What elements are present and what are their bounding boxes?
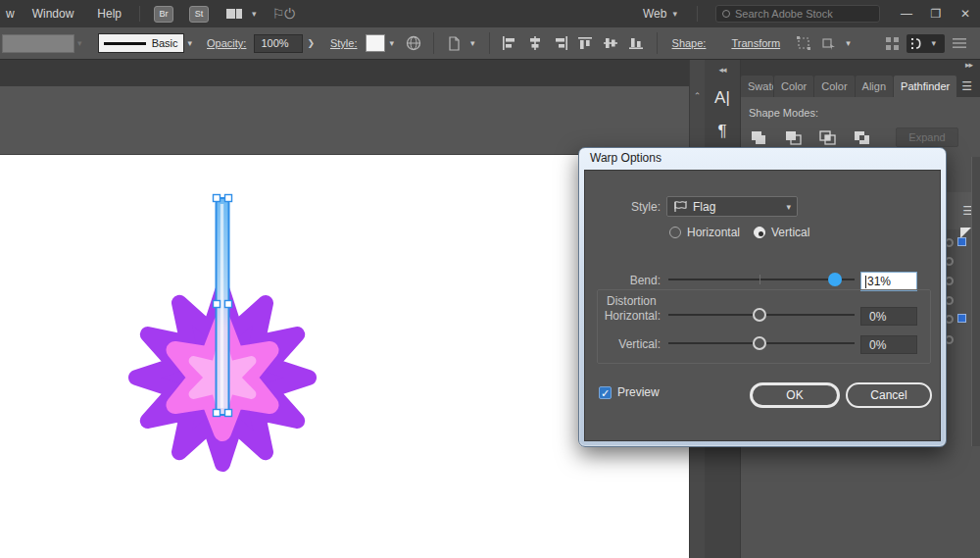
- tab-align[interactable]: Align: [856, 76, 893, 97]
- character-panel-icon[interactable]: A|: [705, 88, 740, 108]
- menu-view-partial[interactable]: w: [0, 0, 21, 27]
- layer-selection-indicator[interactable]: [957, 314, 966, 323]
- scroll-up-icon[interactable]: ⌃: [690, 91, 705, 101]
- expand-panels-icon[interactable]: ▸▸: [965, 60, 972, 70]
- opacity-value[interactable]: 100%: [254, 34, 303, 53]
- horizontal-slider-thumb[interactable]: [753, 308, 766, 322]
- radio-vertical-label: Vertical: [771, 226, 809, 239]
- divider: [433, 32, 434, 54]
- bend-label: Bend:: [585, 274, 661, 287]
- close-button[interactable]: ✕: [951, 0, 980, 27]
- collapse-panels-icon[interactable]: ◂◂: [705, 65, 740, 75]
- radio-vertical[interactable]: Vertical: [754, 226, 809, 239]
- horizontal-distortion-value[interactable]: 0%: [860, 307, 917, 326]
- vertical-label: Vertical:: [585, 337, 661, 351]
- radio-circle-icon: [669, 227, 681, 238]
- opacity-label[interactable]: Opacity:: [207, 37, 246, 49]
- graphic-style-label[interactable]: Style:: [330, 37, 358, 49]
- warp-style-dropdown[interactable]: Flag ▾: [666, 196, 798, 217]
- gpu-performance-icon[interactable]: ⚐⏻: [272, 6, 296, 23]
- chevron-down-icon[interactable]: ▾: [252, 9, 257, 19]
- list-options-icon[interactable]: [950, 33, 969, 53]
- brush-definition-dropdown[interactable]: [2, 34, 74, 53]
- chevron-down-icon[interactable]: ▾: [470, 38, 475, 48]
- chevron-down-icon: ▾: [786, 202, 791, 212]
- restore-button[interactable]: ❐: [921, 0, 951, 27]
- bend-slider[interactable]: [668, 273, 855, 286]
- align-right-icon[interactable]: [551, 33, 570, 53]
- divider: [697, 6, 698, 22]
- pasteboard: [0, 86, 689, 155]
- stroke-preview: [104, 42, 146, 45]
- stroke-style-label: Basic: [152, 37, 178, 49]
- vertical-distortion-slider[interactable]: [668, 336, 855, 350]
- minimize-button[interactable]: —: [892, 0, 921, 27]
- tab-pathfinder[interactable]: Pathfinder: [894, 76, 956, 97]
- tab-swatches[interactable]: Swatc: [741, 76, 773, 97]
- warp-style-value: Flag: [693, 200, 715, 214]
- align-vertical-center-icon[interactable]: [602, 33, 621, 53]
- radio-horizontal[interactable]: Horizontal: [669, 226, 740, 239]
- flag-style-icon: [673, 201, 687, 213]
- vertical-slider-thumb[interactable]: [753, 336, 766, 350]
- chevron-down-icon[interactable]: ▾: [188, 38, 193, 48]
- horizontal-distortion-slider[interactable]: [668, 308, 855, 322]
- chevron-right-icon[interactable]: ❯: [307, 38, 315, 48]
- align-horizontal-center-icon[interactable]: [525, 33, 545, 53]
- search-input[interactable]: Search Adobe Stock: [715, 5, 880, 23]
- menu-window[interactable]: Window: [21, 0, 86, 27]
- align-left-icon[interactable]: [500, 33, 519, 53]
- dock-options-button[interactable]: ▾: [906, 34, 945, 53]
- preview-checkbox[interactable]: ✓: [599, 386, 612, 399]
- ok-button[interactable]: OK: [750, 382, 840, 408]
- cancel-button[interactable]: Cancel: [846, 382, 932, 408]
- horizontal-label: Horizontal:: [585, 309, 661, 323]
- layer-selection-indicator[interactable]: [957, 237, 966, 246]
- stock-icon[interactable]: St: [189, 6, 209, 23]
- divider: [740, 446, 741, 558]
- arrange-documents-icon[interactable]: [226, 9, 242, 19]
- chevron-down-icon[interactable]: ▾: [846, 38, 851, 48]
- tab-color-guide[interactable]: Color: [814, 76, 854, 97]
- stroke-style-dropdown[interactable]: Basic: [98, 33, 184, 53]
- style-label: Style:: [585, 200, 661, 214]
- dialog-title[interactable]: Warp Options: [579, 148, 946, 169]
- bend-value: 31%: [867, 275, 891, 288]
- align-bottom-icon[interactable]: [627, 33, 647, 53]
- bend-slider-thumb[interactable]: [828, 273, 842, 286]
- panel-menu-icon[interactable]: ☰: [961, 79, 980, 97]
- workspace-label: Web: [643, 7, 666, 21]
- isolate-selection-icon[interactable]: [819, 33, 839, 53]
- ribbon-highlight: [220, 204, 223, 408]
- expand-button[interactable]: Expand: [896, 127, 958, 147]
- divider: [657, 32, 658, 54]
- vertical-distortion-value[interactable]: 0%: [860, 335, 917, 354]
- align-top-icon[interactable]: [576, 33, 596, 53]
- tab-color[interactable]: Color: [774, 76, 813, 97]
- warp-options-dialog[interactable]: Warp Options Style: Flag ▾ Horizontal Ve…: [578, 147, 947, 447]
- chevron-down-icon[interactable]: ▾: [389, 38, 394, 48]
- bend-value-input[interactable]: 31%: [860, 272, 917, 291]
- intersect-icon[interactable]: [819, 130, 836, 145]
- slider-center-tick: [760, 275, 760, 284]
- chevron-down-icon: ▾: [77, 38, 82, 48]
- dock-header: ▸▸: [741, 60, 980, 74]
- graphic-style-swatch[interactable]: [366, 34, 385, 52]
- paragraph-panel-icon[interactable]: ¶: [705, 122, 740, 141]
- shape-label[interactable]: Shape:: [672, 37, 707, 49]
- exclude-icon[interactable]: [854, 130, 870, 145]
- bounding-box-icon[interactable]: [794, 33, 813, 53]
- search-icon: [722, 10, 730, 18]
- panel-tab-bar: Swatc Color Color Align Pathfinder ☰: [741, 74, 980, 97]
- document-preferences-icon[interactable]: [444, 33, 464, 53]
- minus-front-icon[interactable]: [785, 130, 802, 145]
- grid-view-icon[interactable]: [882, 33, 902, 53]
- chevron-down-icon: ▾: [931, 38, 936, 48]
- menu-help[interactable]: Help: [85, 0, 133, 27]
- control-toolbar: ▾ Basic ▾ Opacity: 100% ❯ Style: ▾ ▾ Sha…: [0, 27, 980, 60]
- transform-label[interactable]: Transform: [731, 37, 780, 49]
- workspace-switcher[interactable]: Web ▾: [635, 7, 691, 21]
- bridge-icon[interactable]: Br: [154, 6, 173, 23]
- unite-icon[interactable]: [751, 130, 767, 145]
- document-setup-icon[interactable]: [404, 33, 423, 53]
